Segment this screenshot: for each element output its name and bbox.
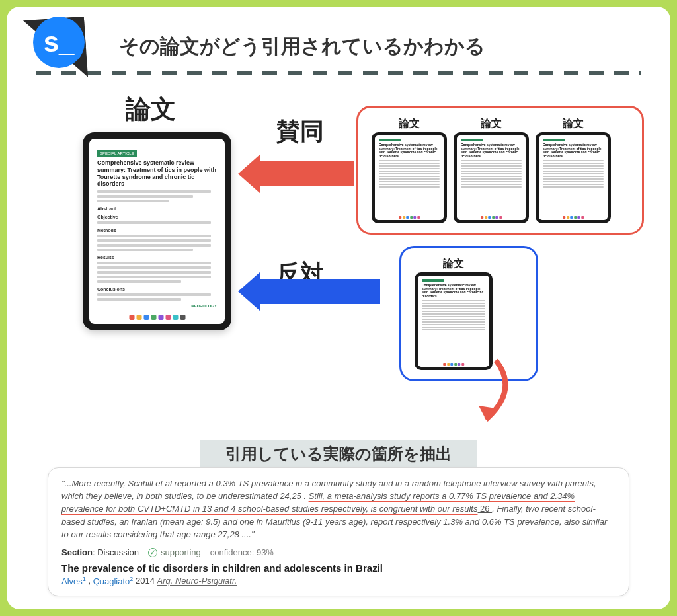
author-link[interactable]: Quagliato2 bbox=[93, 576, 134, 586]
arrow-disagree bbox=[238, 274, 380, 309]
section-objective: Objective bbox=[97, 215, 217, 219]
page-title: その論文がどう引用されているかわかる bbox=[119, 33, 485, 60]
journal-name: Arq. Neuro-Psiquiatr. bbox=[157, 576, 237, 586]
mini-label: 論文 bbox=[481, 117, 502, 131]
arrow-agree bbox=[238, 157, 354, 191]
supporting-badge: ✓ supporting bbox=[148, 547, 201, 557]
citing-agree-item: 論文 Comprehensive systematic review summa… bbox=[454, 117, 529, 223]
mini-label: 論文 bbox=[399, 117, 420, 131]
citing-agree-item: 論文 Comprehensive systematic review summa… bbox=[372, 117, 447, 223]
main-paper-tablet: SPECIAL ARTICLE Comprehensive systematic… bbox=[83, 132, 231, 330]
paper-title: Comprehensive systematic review summary:… bbox=[97, 159, 217, 188]
citation-meta: Section: Discussion ✓ supporting confide… bbox=[61, 547, 616, 557]
divider-dashes bbox=[36, 71, 641, 75]
mini-tablet: Comprehensive systematic review summary:… bbox=[372, 132, 447, 223]
check-circle-icon: ✓ bbox=[148, 548, 157, 557]
label-agree: 賛同 bbox=[276, 116, 324, 148]
mini-label: 論文 bbox=[563, 117, 584, 131]
section-results: Results bbox=[97, 255, 217, 260]
journal-logo: NEUROLOGY bbox=[191, 304, 217, 308]
extract-header: 引用している実際の箇所を抽出 bbox=[200, 440, 477, 469]
citing-agree-box: 論文 Comprehensive systematic review summa… bbox=[356, 106, 644, 235]
citing-agree-item: 論文 Comprehensive systematic review summa… bbox=[536, 117, 611, 223]
quote-ref-num: 26 bbox=[477, 504, 492, 514]
tablet-dock bbox=[129, 315, 185, 320]
mini-tablet: Comprehensive systematic review summary:… bbox=[536, 132, 611, 223]
citation-quote: "...More recently, Scahill et al reporte… bbox=[61, 477, 616, 541]
citation-snippet-card: "...More recently, Scahill et al reporte… bbox=[48, 467, 629, 596]
app-badge: s_ bbox=[33, 17, 85, 68]
author-link[interactable]: Alves1 bbox=[61, 576, 86, 586]
mini-label: 論文 bbox=[443, 257, 464, 271]
mini-tablet: Comprehensive systematic review summary:… bbox=[454, 132, 529, 223]
confidence-info: confidence: 93% bbox=[210, 547, 274, 557]
section-abstract: Abstract bbox=[97, 206, 217, 211]
main-card: s_ その論文がどう引用されているかわかる 論文 賛同 反対 SPECIAL A… bbox=[7, 7, 670, 609]
pub-year: 2014 bbox=[136, 576, 155, 586]
section-conclusions: Conclusions bbox=[97, 287, 217, 291]
article-type-badge: SPECIAL ARTICLE bbox=[97, 150, 137, 157]
mini-tablet: Comprehensive systematic review summary:… bbox=[415, 272, 493, 370]
section-info: Section: Discussion bbox=[61, 547, 139, 557]
section-methods: Methods bbox=[97, 228, 217, 233]
label-paper: 論文 bbox=[126, 93, 176, 126]
citing-paper-title: The prevalence of tic disorders in child… bbox=[61, 562, 616, 574]
curved-arrow-icon bbox=[450, 357, 529, 430]
citing-disagree-item: 論文 Comprehensive systematic review summa… bbox=[415, 257, 493, 370]
citing-paper-authors: Alves1 , Quagliato2 2014 Arq. Neuro-Psiq… bbox=[61, 575, 616, 586]
